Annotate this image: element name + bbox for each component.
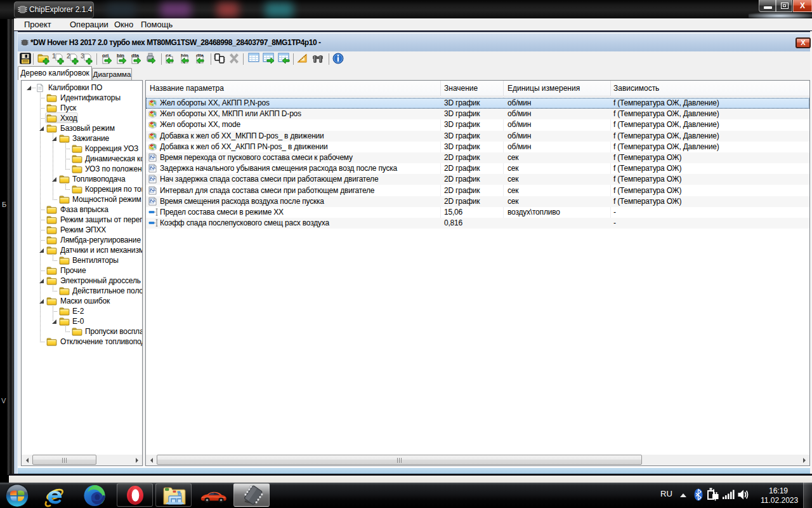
svg-text:1: 1: [52, 53, 56, 60]
svg-text:3: 3: [81, 53, 84, 60]
svg-text:2: 2: [67, 53, 70, 60]
